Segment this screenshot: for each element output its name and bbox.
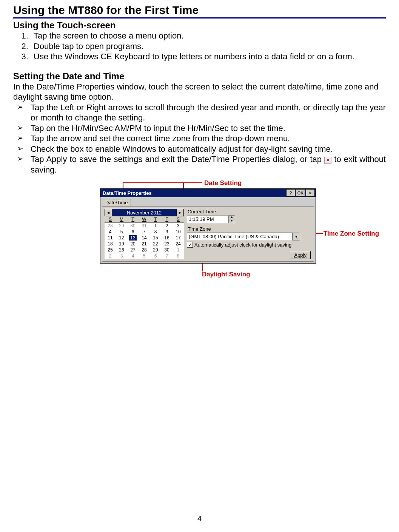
calendar-dow: T: [127, 216, 139, 223]
list-item: Tap the Left or Right arrows to scroll t…: [31, 102, 386, 123]
calendar-day[interactable]: 15: [150, 235, 161, 241]
tab-strip: Date/Time: [100, 197, 316, 206]
calendar-day[interactable]: 26: [116, 247, 127, 253]
calendar-day[interactable]: 5: [116, 229, 127, 235]
calendar[interactable]: SMTWTFS 28293031123456789101112131415161…: [105, 216, 184, 259]
apply-button[interactable]: Apply: [290, 251, 311, 259]
section-touch-heading: Using the Touch-screen: [13, 20, 386, 31]
calendar-day[interactable]: 5: [139, 253, 150, 259]
datetime-intro: In the Date/Time Properties window, touc…: [13, 82, 386, 102]
month-label[interactable]: November 2012: [112, 210, 176, 216]
calendar-day[interactable]: 3: [116, 253, 127, 259]
calendar-day[interactable]: 4: [127, 253, 139, 259]
datetime-properties-window: Date/Time Properties ? OK × Date/Time ◄ …: [100, 188, 316, 264]
calendar-day[interactable]: 19: [116, 241, 127, 247]
calendar-day[interactable]: 17: [173, 235, 184, 241]
dst-label: Automatically adjust clock for daylight …: [194, 242, 291, 248]
page-number: 4: [0, 514, 399, 523]
calendar-dow: T: [150, 216, 161, 223]
calendar-day[interactable]: 30: [161, 247, 173, 253]
prev-month-button[interactable]: ◄: [105, 209, 112, 216]
tab-datetime[interactable]: Date/Time: [102, 199, 131, 206]
calendar-day[interactable]: 6: [127, 229, 139, 235]
next-month-button[interactable]: ►: [176, 209, 184, 216]
help-button[interactable]: ?: [286, 189, 295, 197]
calendar-day[interactable]: 11: [105, 235, 116, 241]
calendar-day[interactable]: 22: [150, 241, 161, 247]
window-title: Date/Time Properties: [100, 190, 286, 196]
list-item: Tap on the Hr/Min/Sec AM/PM to input the…: [31, 123, 386, 134]
calendar-day[interactable]: 14: [139, 235, 150, 241]
window-titlebar[interactable]: Date/Time Properties ? OK ×: [100, 189, 316, 197]
calendar-dow: M: [116, 216, 127, 223]
section-datetime-heading: Setting the Date and Time: [13, 71, 386, 82]
current-time-label: Current Time: [188, 209, 311, 214]
list-item: Tap the arrow and set the correct time z…: [31, 133, 386, 144]
datetime-bullets: Tap the Left or Right arrows to scroll t…: [13, 102, 386, 175]
callout-dst: Daylight Saving: [202, 271, 250, 278]
time-zone-value[interactable]: [187, 233, 293, 240]
touch-steps-list: Tap the screen to choose a menu option.D…: [13, 31, 386, 62]
calendar-day[interactable]: 25: [105, 247, 116, 253]
page-title: Using the MT880 for the First Time: [13, 4, 386, 19]
time-zone-dropdown[interactable]: ▼: [187, 233, 300, 241]
calendar-day[interactable]: 29: [150, 247, 161, 253]
list-item: Tap the screen to choose a menu option.: [31, 31, 386, 41]
calendar-day[interactable]: 7: [161, 253, 173, 259]
dst-checkbox[interactable]: ✓: [187, 242, 193, 248]
list-item: Check the box to enable Windows to autom…: [31, 144, 386, 154]
calendar-day[interactable]: 2: [161, 223, 173, 229]
calendar-day[interactable]: 20: [127, 241, 139, 247]
calendar-day[interactable]: 1: [150, 223, 161, 229]
calendar-day[interactable]: 6: [150, 253, 161, 259]
calendar-day[interactable]: 7: [139, 229, 150, 235]
calendar-day[interactable]: 8: [173, 253, 184, 259]
calendar-day[interactable]: 3: [173, 223, 184, 229]
calendar-day[interactable]: 28: [105, 223, 116, 229]
calendar-dow: F: [161, 216, 173, 223]
calendar-day[interactable]: 30: [127, 223, 139, 229]
time-spinner[interactable]: ▲ ▼: [228, 215, 235, 223]
calendar-day[interactable]: 10: [173, 229, 184, 235]
calendar-day[interactable]: 13: [127, 235, 139, 241]
calendar-day[interactable]: 31: [139, 223, 150, 229]
calendar-day[interactable]: 4: [105, 229, 116, 235]
calendar-dow: S: [173, 216, 184, 223]
ok-button[interactable]: OK: [296, 189, 305, 197]
calendar-day[interactable]: 2: [105, 253, 116, 259]
calendar-day[interactable]: 21: [139, 241, 150, 247]
dropdown-arrow-icon[interactable]: ▼: [293, 233, 300, 241]
close-button[interactable]: ×: [306, 189, 315, 197]
calendar-day[interactable]: 27: [127, 247, 139, 253]
calendar-day[interactable]: 12: [116, 235, 127, 241]
calendar-day[interactable]: 29: [116, 223, 127, 229]
calendar-day[interactable]: 8: [150, 229, 161, 235]
list-item: Use the Windows CE Keyboard to type lett…: [31, 51, 386, 62]
calendar-day[interactable]: 23: [161, 241, 173, 247]
callout-date: Date Setting: [204, 179, 242, 187]
month-navigator: ◄ November 2012 ►: [105, 209, 184, 216]
close-icon: ×: [324, 157, 331, 164]
calendar-day[interactable]: 9: [161, 229, 173, 235]
time-input[interactable]: [187, 216, 228, 223]
calendar-day[interactable]: 16: [161, 235, 173, 241]
calendar-dow: W: [139, 216, 150, 223]
calendar-day[interactable]: 24: [173, 241, 184, 247]
list-item: Double tap to open programs.: [31, 41, 386, 52]
spin-down-icon[interactable]: ▼: [229, 219, 235, 223]
datetime-figure: Date Setting Time Setting Time Zone Sett…: [13, 177, 386, 290]
calendar-dow: S: [105, 216, 116, 223]
calendar-day[interactable]: 1: [173, 247, 184, 253]
time-zone-label: Time Zone: [188, 226, 311, 232]
list-item: Tap Apply to save the settings and exit …: [31, 154, 386, 175]
calendar-day[interactable]: 18: [105, 241, 116, 247]
callout-timezone: Time Zone Setting: [324, 230, 379, 237]
calendar-day[interactable]: 28: [139, 247, 150, 253]
